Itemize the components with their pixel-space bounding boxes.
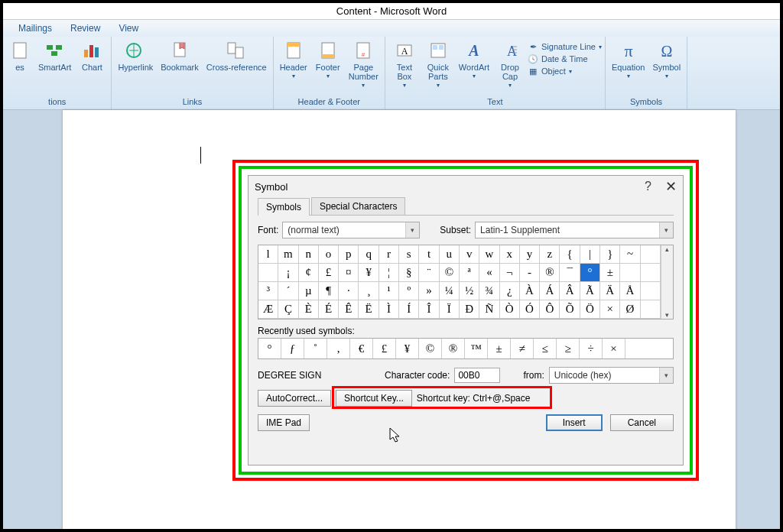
ribbon-textbox[interactable]: AText Box▾: [388, 38, 421, 92]
ribbon-wordart[interactable]: AWordArt▾: [456, 38, 492, 83]
char-cell[interactable]: «: [479, 264, 499, 282]
char-cell[interactable]: Â: [560, 282, 580, 300]
recent-cell[interactable]: ™: [465, 339, 488, 358]
char-cell[interactable]: ¤: [339, 264, 359, 282]
char-cell[interactable]: Ó: [520, 300, 540, 319]
help-button[interactable]: ?: [645, 180, 651, 193]
recent-cell[interactable]: ¥: [396, 339, 419, 358]
char-cell[interactable]: À: [520, 282, 540, 300]
char-cell[interactable]: §: [399, 264, 419, 282]
char-cell[interactable]: Õ: [560, 300, 580, 319]
menu-view[interactable]: View: [119, 23, 138, 34]
char-cell[interactable]: ¼: [440, 282, 460, 300]
char-cell[interactable]: ¨: [419, 264, 439, 282]
char-cell[interactable]: ¡: [278, 264, 298, 282]
char-cell[interactable]: ·: [339, 282, 359, 300]
autocorrect-button[interactable]: AutoCorrect...: [258, 390, 331, 407]
char-cell[interactable]: m: [278, 245, 298, 264]
char-cell[interactable]: ¢: [299, 264, 319, 282]
menu-mailings[interactable]: Mailings: [18, 23, 52, 34]
recent-cell[interactable]: €: [350, 339, 373, 358]
char-cell[interactable]: Ã: [580, 282, 600, 300]
ribbon-smartart[interactable]: SmartArt: [35, 38, 74, 73]
char-cell[interactable]: £: [319, 264, 339, 282]
recent-cell[interactable]: ÷: [580, 339, 603, 358]
char-cell[interactable]: ®: [540, 264, 560, 282]
char-cell[interactable]: l: [258, 245, 278, 264]
char-cell[interactable]: w: [479, 245, 499, 264]
char-cell[interactable]: u: [440, 245, 460, 264]
recent-cell[interactable]: ×: [603, 339, 625, 358]
char-cell[interactable]: Ñ: [479, 300, 499, 319]
char-cell[interactable]: É: [319, 300, 339, 319]
char-cell[interactable]: Ç: [278, 300, 298, 319]
recent-cell[interactable]: ≠: [511, 339, 534, 358]
recent-cell[interactable]: ©: [419, 339, 442, 358]
ribbon-dropcap[interactable]: ADrop Cap▾: [494, 38, 526, 92]
ribbon-signature[interactable]: ✒Signature Line ▾: [528, 41, 602, 52]
char-cell[interactable]: Ø: [620, 300, 640, 319]
ribbon-es[interactable]: es: [6, 38, 34, 73]
char-cell[interactable]: v: [460, 245, 479, 264]
ribbon-equation[interactable]: πEquation▾: [609, 38, 648, 83]
char-cell[interactable]: p: [339, 245, 359, 264]
character-grid[interactable]: lmnopqrstuvwxyz{|}~¡¢£¤¥¦§¨©ª«¬-®¯°±³´µ¶…: [258, 245, 661, 319]
recent-cell[interactable]: ƒ: [281, 339, 304, 358]
char-cell[interactable]: Ê: [339, 300, 359, 319]
ribbon-pagenumber[interactable]: #Page Number▾: [346, 38, 382, 92]
char-cell[interactable]: [641, 245, 661, 264]
recent-cell[interactable]: £: [373, 339, 396, 358]
char-cell[interactable]: ~: [620, 245, 640, 264]
char-cell[interactable]: Í: [399, 300, 419, 319]
char-cell[interactable]: |: [580, 245, 600, 264]
tab-special-characters[interactable]: Special Characters: [311, 197, 405, 215]
char-cell[interactable]: ¬: [500, 264, 520, 282]
char-cell[interactable]: ©: [440, 264, 460, 282]
char-cell[interactable]: q: [359, 245, 379, 264]
char-cell[interactable]: Ô: [540, 300, 560, 319]
char-cell[interactable]: º: [399, 282, 419, 300]
char-cell[interactable]: r: [379, 245, 399, 264]
char-cell[interactable]: Î: [419, 300, 439, 319]
menu-review[interactable]: Review: [70, 23, 100, 34]
scroll-up-icon[interactable]: ▴: [665, 245, 669, 253]
char-cell[interactable]: Á: [540, 282, 560, 300]
ribbon-header[interactable]: Header▾: [277, 38, 310, 83]
char-cell[interactable]: Æ: [258, 300, 278, 319]
page[interactable]: Symbol ? ✕ Symbols Special Characters Fo…: [63, 110, 736, 532]
char-cell[interactable]: ³: [258, 282, 278, 300]
char-cell[interactable]: -: [520, 264, 540, 282]
recent-cell[interactable]: ±: [488, 339, 511, 358]
from-dropdown[interactable]: Unicode (hex)▾: [549, 367, 674, 384]
ribbon-object[interactable]: ▦Object ▾: [528, 66, 602, 76]
char-cell[interactable]: ¶: [319, 282, 339, 300]
char-cell[interactable]: ¾: [479, 282, 499, 300]
char-cell[interactable]: y: [520, 245, 540, 264]
char-cell[interactable]: Ö: [580, 300, 600, 319]
subset-dropdown[interactable]: Latin-1 Supplement▾: [475, 222, 674, 238]
ribbon-quickparts[interactable]: Quick Parts▾: [422, 38, 454, 92]
ribbon-hyperlink[interactable]: Hyperlink: [115, 38, 156, 73]
char-cell[interactable]: o: [319, 245, 339, 264]
cancel-button[interactable]: Cancel: [610, 414, 674, 431]
char-cell[interactable]: Å: [620, 282, 640, 300]
char-cell[interactable]: ½: [460, 282, 479, 300]
close-button[interactable]: ✕: [665, 178, 677, 195]
recent-cell[interactable]: ≤: [534, 339, 557, 358]
charcode-input[interactable]: [454, 368, 500, 383]
char-cell[interactable]: [620, 264, 640, 282]
char-cell[interactable]: °: [580, 264, 600, 282]
char-cell[interactable]: t: [419, 245, 439, 264]
char-cell[interactable]: ª: [460, 264, 479, 282]
char-cell[interactable]: [641, 300, 661, 319]
insert-button[interactable]: Insert: [546, 414, 603, 431]
tab-symbols[interactable]: Symbols: [258, 198, 310, 216]
char-cell[interactable]: »: [419, 282, 439, 300]
recent-symbols[interactable]: °ƒ˚,€£¥©®™±≠≤≥÷×: [258, 338, 674, 359]
char-cell[interactable]: Ò: [500, 300, 520, 319]
char-cell[interactable]: Ë: [359, 300, 379, 319]
scroll-down-icon[interactable]: ▾: [665, 311, 669, 319]
recent-cell[interactable]: ≥: [557, 339, 580, 358]
ribbon-bookmark[interactable]: Bookmark: [158, 38, 202, 73]
char-cell[interactable]: ×: [600, 300, 620, 319]
